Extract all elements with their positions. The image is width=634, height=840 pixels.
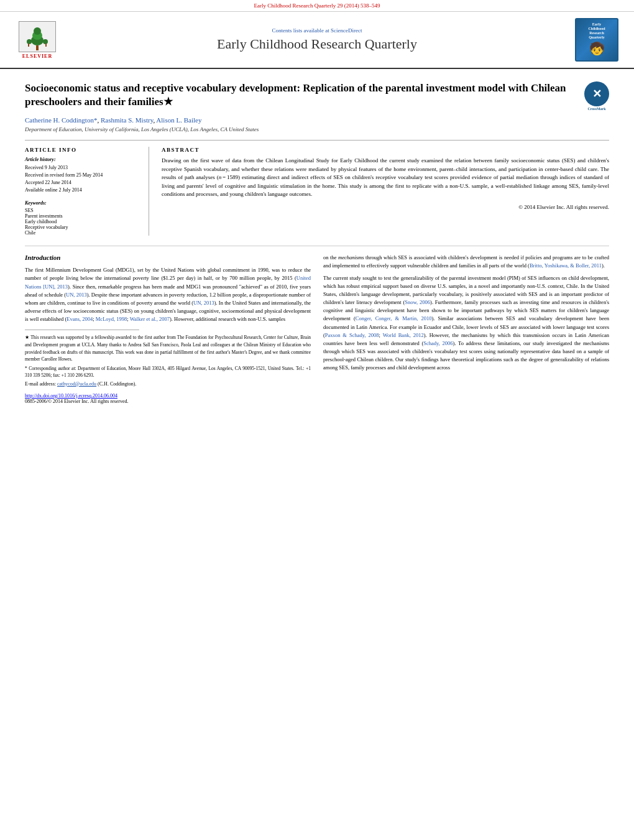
logo-text-early: EarlyChildhoodResearchQuarterly (588, 22, 605, 40)
email-name: (C.H. Coddington). (96, 381, 136, 387)
svg-point-4 (27, 39, 32, 44)
keyword-early: Early childhood (25, 219, 139, 224)
article-title-section: Socioeconomic status and receptive vocab… (25, 81, 609, 111)
svg-rect-7 (45, 44, 47, 47)
author-coddington: Catherine H. Coddington (25, 116, 94, 124)
journal-logo-box: EarlyChildhoodResearchQuarterly 🧒 (575, 18, 618, 62)
article-title: Socioeconomic status and receptive vocab… (25, 81, 578, 109)
ref-paxson-2008[interactable]: Paxson & Schady, 2008 (325, 332, 379, 338)
abstract-column: ABSTRACT Drawing on the first wave of da… (162, 147, 609, 236)
sciencedirect-link[interactable]: ScienceDirect (331, 27, 362, 34)
footnote-star: ★ This research was supported by a fello… (25, 334, 311, 362)
ref-mcloyd-1998[interactable]: McLoyd, 1998 (96, 316, 127, 322)
crossmark-badge: ✕ CrossMark (584, 81, 609, 106)
intro-paragraph-1: The first Millennium Development Goal (M… (25, 266, 311, 323)
journal-center: Contents lists available at ScienceDirec… (62, 27, 572, 52)
svg-point-5 (43, 39, 48, 44)
ref-schady-2006[interactable]: Schady, 2006 (423, 340, 453, 346)
elsevier-label: ELSEVIER (22, 53, 52, 59)
elsevier-logo: ELSEVIER (12, 21, 62, 59)
footnote-email: E-mail address: cathycod@ucla.edu (C.H. … (25, 381, 311, 388)
svg-rect-0 (36, 45, 39, 50)
author-bailey: Alison L. Bailey (156, 116, 201, 124)
svg-rect-6 (28, 44, 29, 47)
ref-walker-2007[interactable]: Walker et al., 2007 (130, 316, 170, 322)
ref-worldbank-2012[interactable]: World Bank, 2012 (383, 332, 424, 338)
keywords-heading: Keywords: (25, 200, 139, 206)
journal-title: Early Childhood Research Quarterly (62, 36, 572, 52)
right-paragraph-1: on the mechanisms through which SES is a… (323, 254, 609, 372)
email-link[interactable]: cathycod@ucla.edu (57, 381, 96, 387)
crossmark-icon: ✕ (584, 81, 609, 106)
ref-snow-2006[interactable]: Snow, 2006 (405, 299, 430, 305)
issn-line: 0885-2006/© 2014 Elsevier Inc. All right… (25, 399, 311, 404)
article-container: Socioeconomic status and receptive vocab… (0, 69, 634, 417)
ref-un-2013b[interactable]: UN, 2013 (66, 292, 87, 298)
two-column-section: ARTICLE INFO Article history: Received 9… (25, 140, 609, 236)
right-column: on the mechanisms through which SES is a… (323, 254, 609, 404)
footnote-asterisk: * Corresponding author at: Department of… (25, 365, 311, 379)
ref-evans-2004[interactable]: Evans, 2004 (67, 316, 93, 322)
article-history-heading: Article history: (25, 157, 139, 162)
contents-line: Contents lists available at ScienceDirec… (62, 27, 572, 34)
svg-point-3 (34, 27, 41, 35)
ref-britto-2011[interactable]: Britto, Yoshikawa, & Boller, 2011 (530, 262, 602, 269)
article-info-heading: ARTICLE INFO (25, 147, 139, 153)
main-content: Introduction The first Millennium Develo… (25, 246, 609, 404)
footnote-divider (25, 330, 139, 330)
email-label: E-mail address: (25, 381, 57, 387)
introduction-heading: Introduction (25, 254, 311, 261)
article-title-text: Socioeconomic status and receptive vocab… (25, 81, 578, 111)
left-column: Introduction The first Millennium Develo… (25, 254, 311, 404)
journal-logo-right: EarlyChildhoodResearchQuarterly 🧒 (572, 18, 622, 62)
ref-un-2013c[interactable]: UN, 2013 (193, 300, 214, 306)
copyright-notice: © 2014 Elsevier Inc. All rights reserved… (162, 204, 609, 210)
top-bar: Early Childhood Research Quarterly 29 (2… (0, 0, 634, 12)
author-corresponding-marker: * (94, 116, 98, 124)
keyword-ses: SES (25, 208, 139, 213)
keyword-receptive: Receptive vocabulary (25, 224, 139, 230)
article-info-column: ARTICLE INFO Article history: Received 9… (25, 147, 149, 236)
article-received: Received 9 July 2013 Received in revised… (25, 164, 139, 194)
ref-un-2013a[interactable]: United Nations [UN], 2013 (25, 275, 311, 289)
keyword-chile: Chile (25, 230, 139, 236)
doi-line: http://dx.doi.org/10.1016/j.ecresq.2014.… (25, 393, 311, 399)
ref-conger-2010[interactable]: Conger, Conger, & Martin, 2010 (356, 315, 432, 321)
author-mistry: Rashmita S. Mistry (101, 116, 154, 124)
journal-citation: Early Childhood Research Quarterly 29 (2… (254, 2, 380, 9)
abstract-text: Drawing on the first wave of data from t… (162, 157, 609, 199)
keywords-section: Keywords: SES Parent investments Early c… (25, 200, 139, 236)
journal-header: ELSEVIER Contents lists available at Sci… (0, 12, 634, 69)
page-wrapper: Early Childhood Research Quarterly 29 (2… (0, 0, 634, 417)
abstract-heading: ABSTRACT (162, 147, 609, 153)
elsevier-tree-image (19, 21, 56, 52)
logo-icon-child: 🧒 (589, 41, 605, 56)
authors: Catherine H. Coddington*, Rashmita S. Mi… (25, 116, 609, 124)
doi-link[interactable]: http://dx.doi.org/10.1016/j.ecresq.2014.… (25, 393, 117, 399)
keyword-parent: Parent investments (25, 213, 139, 219)
affiliation: Department of Education, University of C… (25, 126, 609, 132)
